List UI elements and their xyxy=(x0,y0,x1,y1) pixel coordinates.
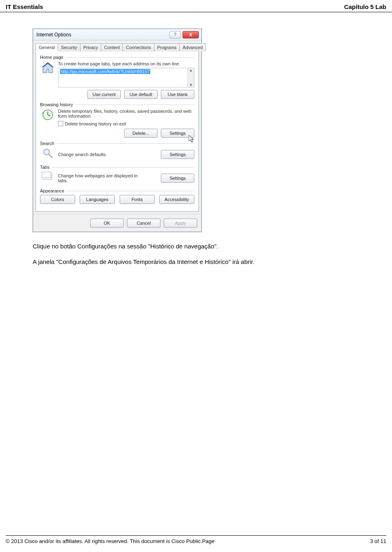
page-footer: © 2013 Cisco and/or its affiliates. All … xyxy=(0,536,392,548)
footer-right: 3 of 11 xyxy=(370,538,386,544)
history-icon xyxy=(41,109,55,123)
tabs-row: General Security Privacy Content Connect… xyxy=(33,40,201,51)
tab-connections[interactable]: Connections xyxy=(122,43,154,51)
colors-button[interactable]: Colors xyxy=(40,195,75,204)
fonts-button[interactable]: Fonts xyxy=(120,195,155,204)
help-icon: ? xyxy=(174,32,176,37)
tabs-text: Change how webpages are displayed in tab… xyxy=(58,173,140,183)
dialog-title: Internet Options xyxy=(36,32,168,38)
divider xyxy=(52,167,194,168)
titlebar: Internet Options ? X xyxy=(33,29,201,40)
group-search: Search Change search defaults. Settings xyxy=(40,141,194,161)
group-tabs: Tabs Change how webpages are displayed i… xyxy=(40,165,194,185)
tab-general-body: Home page To create home page tabs, type… xyxy=(36,51,199,212)
search-settings-button[interactable]: Settings xyxy=(161,150,194,159)
tab-privacy[interactable]: Privacy xyxy=(80,43,101,51)
group-history-label: Browsing history xyxy=(40,102,73,107)
languages-button[interactable]: Languages xyxy=(80,195,115,204)
divider xyxy=(76,105,194,105)
ok-button[interactable]: OK xyxy=(90,219,124,228)
close-button[interactable]: X xyxy=(183,31,199,38)
group-search-label: Search xyxy=(40,141,54,146)
delete-on-exit-label: Delete browsing history on exit xyxy=(65,121,126,126)
group-homepage: Home page To create home page tabs, type… xyxy=(40,55,194,99)
tab-programs[interactable]: Programs xyxy=(154,43,180,51)
search-icon xyxy=(41,147,55,161)
divider xyxy=(67,191,194,191)
search-text: Change search defaults. xyxy=(58,152,107,157)
svg-line-7 xyxy=(49,154,52,157)
group-history: Browsing history Delete temporary files,… xyxy=(40,102,194,138)
history-text: Delete temporary files, history, cookies… xyxy=(58,109,194,118)
tab-advanced[interactable]: Advanced xyxy=(179,43,206,51)
homepage-text: To create home page tabs, type each addr… xyxy=(58,61,194,66)
svg-marker-5 xyxy=(189,135,194,142)
divider xyxy=(57,143,194,144)
delete-on-exit-checkbox[interactable] xyxy=(58,121,63,126)
scroll-down-icon[interactable]: ▼ xyxy=(188,83,194,87)
page-header: IT Essentials Capítulo 5 Lab xyxy=(0,0,392,12)
close-icon: X xyxy=(189,32,192,37)
home-icon xyxy=(41,61,55,75)
instruction-line-2: A janela "Configurações de Arquivos Temp… xyxy=(33,257,386,266)
use-default-button[interactable]: Use default xyxy=(124,90,158,99)
accessibility-button[interactable]: Accessibility xyxy=(159,195,194,204)
internet-options-dialog: Internet Options ? X General Security Pr… xyxy=(33,29,202,232)
homepage-url-text[interactable]: http://go.microsoft.com/fwlink/?LinkId=6… xyxy=(58,68,187,87)
tab-security[interactable]: Security xyxy=(58,43,80,51)
group-tabs-label: Tabs xyxy=(40,165,49,170)
header-left: IT Essentials xyxy=(6,3,43,10)
tab-content[interactable]: Content xyxy=(101,43,123,51)
svg-marker-0 xyxy=(43,63,53,73)
homepage-url-box[interactable]: http://go.microsoft.com/fwlink/?LinkId=6… xyxy=(58,68,194,87)
group-appearance: Appearance Colors Languages Fonts Access… xyxy=(40,188,194,204)
group-homepage-label: Home page xyxy=(40,55,63,60)
tabs-settings-button[interactable]: Settings xyxy=(161,174,194,183)
footer-left: © 2013 Cisco and/or its affiliates. All … xyxy=(6,538,214,544)
use-blank-button[interactable]: Use blank xyxy=(161,90,194,99)
instruction-line-1: Clique no botão Configurações na sessão … xyxy=(33,242,386,251)
divider xyxy=(66,57,194,58)
help-button[interactable]: ? xyxy=(169,31,181,38)
delete-button[interactable]: Delete... xyxy=(124,129,158,138)
cancel-button[interactable]: Cancel xyxy=(127,219,160,228)
instructions: Clique no botão Configurações na sessão … xyxy=(33,242,386,266)
homepage-url: http://go.microsoft.com/fwlink/?LinkId=6… xyxy=(60,69,150,74)
group-appearance-label: Appearance xyxy=(40,188,64,193)
scrollbar[interactable]: ▲▼ xyxy=(187,68,194,87)
dialog-bottom-bar: OK Cancel Apply xyxy=(33,214,201,232)
header-right: Capítulo 5 Lab xyxy=(344,3,386,10)
page-body: Internet Options ? X General Security Pr… xyxy=(0,12,392,535)
svg-rect-9 xyxy=(42,172,51,178)
cursor-icon xyxy=(189,135,195,143)
scroll-up-icon[interactable]: ▲ xyxy=(188,68,194,72)
use-current-button[interactable]: Use current xyxy=(87,90,121,99)
tab-general[interactable]: General xyxy=(36,43,58,51)
apply-button[interactable]: Apply xyxy=(164,219,197,228)
tabs-icon xyxy=(41,171,55,185)
